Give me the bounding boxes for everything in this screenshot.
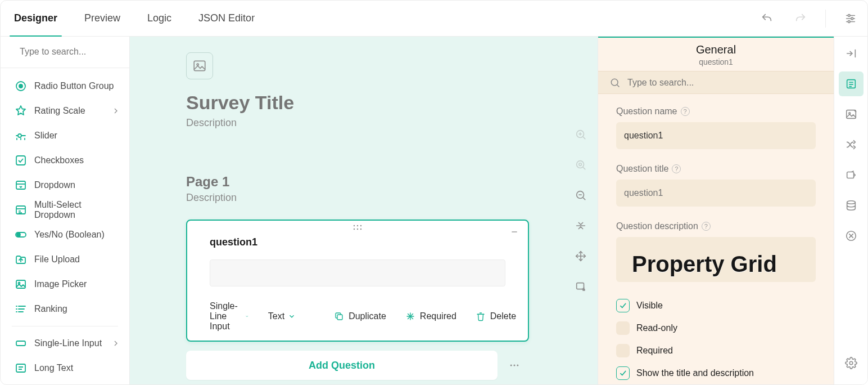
svg-point-84 [849, 361, 853, 365]
star-icon [14, 104, 28, 118]
data-tab-button[interactable] [839, 193, 864, 218]
undo-button[interactable] [757, 8, 777, 29]
required-toggle[interactable]: Required [405, 311, 456, 321]
top-tabbar: Designer Preview Logic JSON Editor [1, 1, 867, 37]
question-description-input[interactable] [616, 237, 816, 282]
chevron-down-icon [288, 312, 296, 320]
survey-description[interactable]: Description [186, 117, 529, 129]
question-type-label: Single-Line Input [210, 301, 242, 332]
question-subtype-select[interactable]: Text [268, 311, 296, 321]
collapse-all-button[interactable] [571, 216, 591, 236]
redo-button[interactable] [790, 8, 811, 29]
settings-button[interactable] [840, 8, 861, 29]
svg-rect-33 [16, 341, 25, 346]
side-tool-strip [834, 37, 867, 384]
toolbox-item-single-line-input[interactable]: Single-Line Input [1, 331, 129, 356]
toolbox-item-image-picker[interactable]: Image Picker [1, 272, 129, 297]
toolbox-item-label: Rating Scale [34, 106, 102, 116]
collapse-panel-button[interactable] [839, 41, 864, 66]
dropdown-icon [14, 178, 28, 192]
text-input-icon [14, 337, 28, 350]
checkbox-on-icon [616, 299, 630, 312]
delete-button[interactable]: Delete [476, 311, 516, 321]
toolbox-item-boolean[interactable]: Yes/No (Boolean) [1, 222, 129, 247]
checkbox-icon [14, 154, 28, 167]
help-icon[interactable]: ? [672, 164, 681, 173]
svg-point-9 [19, 84, 22, 88]
general-tab-button[interactable] [839, 71, 864, 96]
slider-icon [14, 129, 28, 142]
tab-json-editor[interactable]: JSON Editor [198, 1, 255, 36]
survey-logo-placeholder[interactable] [186, 52, 213, 79]
checkbox-label: Visible [636, 301, 663, 311]
property-search[interactable] [598, 71, 834, 94]
radio-icon [14, 79, 28, 93]
gear-button[interactable] [839, 351, 864, 375]
question-input-preview[interactable] [210, 259, 505, 286]
question-title-input[interactable] [616, 180, 816, 207]
toolbox-item-file-upload[interactable]: File Upload [1, 247, 129, 272]
duplicate-button[interactable]: Duplicate [334, 311, 386, 321]
question-title[interactable]: question1 [210, 236, 505, 248]
survey-title[interactable]: Survey Title [186, 92, 529, 114]
zoom-reset-button[interactable] [571, 155, 591, 175]
toolbox-item-label: Long Text [34, 363, 123, 373]
move-button[interactable] [571, 246, 591, 266]
tab-logic[interactable]: Logic [147, 1, 171, 36]
required-icon [405, 311, 415, 321]
toolbox-item-label: File Upload [34, 254, 123, 265]
svg-rect-35 [16, 364, 25, 372]
input-tab-button[interactable] [839, 163, 864, 187]
zoom-out-button[interactable] [571, 185, 591, 205]
svg-rect-77 [846, 110, 856, 119]
svg-line-60 [583, 167, 585, 169]
toolbox-item-rating-scale[interactable]: Rating Scale [1, 99, 129, 123]
question-card[interactable]: question1 Single-Line Input Text [186, 220, 529, 342]
validation-tab-button[interactable] [839, 223, 864, 248]
tab-designer[interactable]: Designer [14, 1, 57, 36]
toolbox-item-slider[interactable]: Slider [1, 123, 129, 148]
page-description[interactable]: Description [186, 192, 529, 204]
longtext-icon [14, 361, 28, 375]
required-checkbox[interactable]: Required [616, 344, 816, 357]
add-question-more-button[interactable] [500, 351, 529, 380]
visible-checkbox[interactable]: Visible [616, 299, 816, 312]
toolbox-search-input[interactable] [19, 46, 133, 57]
drag-handle-icon[interactable] [352, 224, 363, 231]
property-search-input[interactable] [626, 77, 822, 88]
toolbox-item-radio-button-group[interactable]: Radio Button Group [1, 74, 129, 99]
collapse-icon[interactable] [510, 227, 519, 236]
property-grid: General question1 Question name? [598, 37, 834, 384]
logic-tab-button[interactable] [839, 132, 864, 157]
question-name-input[interactable] [616, 122, 816, 149]
duplicate-icon [334, 311, 344, 321]
add-question-button[interactable]: Add Question [186, 351, 498, 380]
question-type-select[interactable]: Single-Line Input [210, 301, 249, 332]
toolbox-item-ranking[interactable]: Ranking [1, 297, 129, 321]
layout-tab-button[interactable] [839, 102, 864, 127]
toolbox-item-multi-select-dropdown[interactable]: Multi-Select Dropdown [1, 198, 129, 222]
toggle-icon [14, 228, 28, 241]
show-title-checkbox[interactable]: Show the title and description [616, 366, 816, 380]
svg-point-5 [848, 20, 850, 23]
tab-preview[interactable]: Preview [84, 1, 120, 36]
chevron-right-icon [109, 339, 123, 348]
help-icon[interactable]: ? [681, 107, 690, 116]
page-title[interactable]: Page 1 [186, 174, 529, 190]
zoom-in-button[interactable] [571, 124, 591, 145]
readonly-checkbox[interactable]: Read-only [616, 321, 816, 335]
lock-button[interactable] [571, 276, 591, 297]
svg-point-52 [510, 365, 512, 366]
required-label: Required [420, 311, 456, 321]
toolbox-item-long-text[interactable]: Long Text [1, 356, 129, 380]
trash-icon [476, 311, 486, 321]
toolbox-item-dropdown[interactable]: Dropdown [1, 173, 129, 198]
delete-label: Delete [490, 311, 516, 321]
design-canvas: Survey Title Description Page 1 Descript… [130, 37, 598, 384]
toolbox-search[interactable] [1, 37, 129, 68]
svg-point-53 [514, 365, 516, 366]
checkbox-off-icon [616, 321, 630, 335]
toolbox-item-checkboxes[interactable]: Checkboxes [1, 148, 129, 173]
checkbox-label: Show the title and description [636, 368, 754, 378]
help-icon[interactable]: ? [702, 222, 711, 231]
